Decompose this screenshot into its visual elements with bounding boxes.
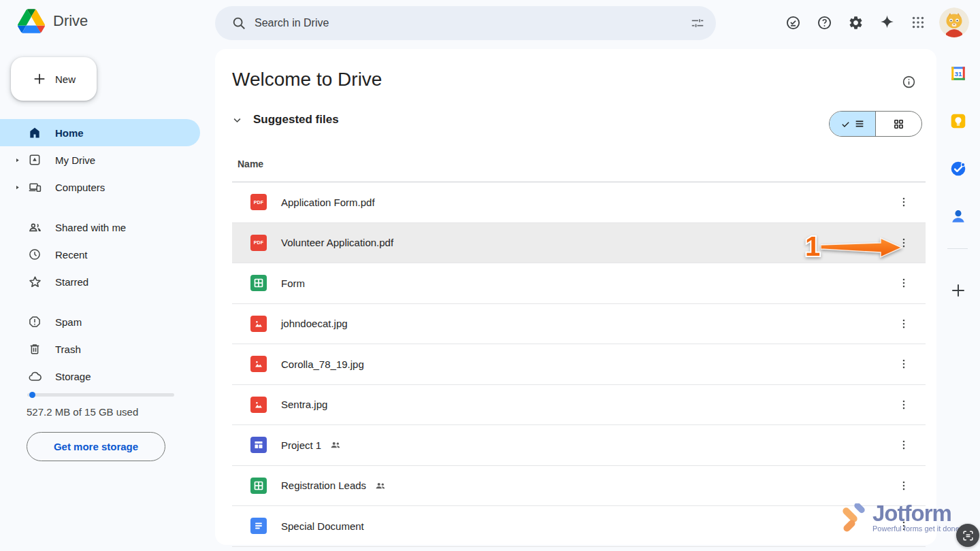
help-icon[interactable] xyxy=(808,7,840,38)
grid-icon xyxy=(893,118,904,130)
search-icon[interactable] xyxy=(231,16,246,31)
screenshot-tool-button[interactable] xyxy=(956,524,979,547)
spam-icon xyxy=(27,315,42,329)
contacts-icon[interactable] xyxy=(949,207,967,225)
grid-view-button[interactable] xyxy=(875,112,921,136)
sidebar-nav: Home My Drive Computers Shared with me R… xyxy=(0,119,204,390)
file-row[interactable]: Corolla_78_19.jpg xyxy=(232,344,926,385)
image-file-icon xyxy=(250,397,267,413)
sidebar-item-home[interactable]: Home xyxy=(0,119,200,146)
file-row[interactable]: johndoecat.jpg xyxy=(232,304,926,345)
file-name: Form xyxy=(281,278,305,289)
brand: Drive xyxy=(18,9,88,33)
settings-icon[interactable] xyxy=(840,7,871,38)
file-row[interactable]: PDF Application Form.pdf xyxy=(232,182,926,223)
info-icon[interactable] xyxy=(902,75,916,89)
storage-progress xyxy=(27,393,174,397)
app-title: Drive xyxy=(53,12,88,30)
tasks-icon[interactable] xyxy=(949,160,967,178)
get-more-storage-button[interactable]: Get more storage xyxy=(27,432,165,461)
file-name: Corolla_78_19.jpg xyxy=(281,358,364,370)
more-options-icon[interactable] xyxy=(892,393,916,417)
pdf-file-icon: PDF xyxy=(250,194,267,210)
keep-icon[interactable] xyxy=(949,112,967,130)
search-bar[interactable] xyxy=(215,6,716,40)
more-options-icon[interactable] xyxy=(892,352,916,376)
pdf-file-icon: PDF xyxy=(250,235,267,251)
search-input[interactable] xyxy=(255,17,690,29)
computers-icon xyxy=(27,180,42,195)
apps-grid-icon[interactable] xyxy=(902,7,934,38)
shared-indicator-icon xyxy=(374,480,387,492)
file-row[interactable]: Form xyxy=(232,263,926,304)
top-actions xyxy=(777,7,969,38)
more-options-icon[interactable] xyxy=(892,312,916,336)
side-panel-rail: 31 xyxy=(936,46,980,551)
file-name: Application Form.pdf xyxy=(281,197,375,208)
sidebar-item-trash[interactable]: Trash xyxy=(0,335,204,363)
sidebar-item-starred[interactable]: Starred xyxy=(0,268,204,295)
scan-icon xyxy=(962,529,975,542)
more-options-icon[interactable] xyxy=(892,271,916,295)
sidebar-item-my-drive[interactable]: My Drive xyxy=(0,146,204,173)
more-options-icon[interactable] xyxy=(892,433,916,457)
image-file-icon xyxy=(250,316,267,332)
advanced-search-icon[interactable] xyxy=(690,16,705,31)
name-column-header[interactable]: Name xyxy=(238,158,263,169)
drive-logo-icon[interactable] xyxy=(18,9,45,33)
gemini-sparkle-icon[interactable] xyxy=(871,7,902,38)
file-name: Special Document xyxy=(281,520,364,532)
trash-icon xyxy=(27,342,42,356)
recent-icon xyxy=(27,248,42,261)
new-button-label: New xyxy=(55,73,76,85)
list-icon xyxy=(854,118,865,129)
check-icon xyxy=(840,119,851,129)
file-name: Sentra.jpg xyxy=(281,399,327,410)
left-sidebar: New Home My Drive Computers Shared with … xyxy=(0,46,215,551)
image-file-icon xyxy=(250,356,267,372)
add-side-panel-icon[interactable] xyxy=(949,281,968,300)
suggested-files-toggle[interactable]: Suggested files xyxy=(232,113,339,127)
chevron-down-icon xyxy=(232,115,242,125)
file-name: johndoecat.jpg xyxy=(281,318,348,329)
shared-with-me-icon xyxy=(27,220,42,235)
view-toggle xyxy=(829,111,922,137)
file-name: Registration Leads xyxy=(281,480,366,491)
expand-arrow-icon[interactable] xyxy=(12,184,22,190)
my-drive-icon xyxy=(27,153,42,167)
svg-text:31: 31 xyxy=(955,70,962,78)
file-list: PDF Application Form.pdf PDF Volunteer A… xyxy=(232,182,926,547)
list-view-button[interactable] xyxy=(830,112,875,136)
page-title: Welcome to Drive xyxy=(232,69,382,90)
main-content: Welcome to Drive Suggested files Name PD… xyxy=(215,49,936,545)
storage-progress-dot xyxy=(29,392,35,398)
more-options-icon[interactable] xyxy=(892,231,916,255)
docs-file-icon xyxy=(250,518,267,534)
topbar: Drive xyxy=(0,0,980,46)
more-options-icon[interactable] xyxy=(892,190,916,214)
sidebar-item-spam[interactable]: Spam xyxy=(0,308,204,335)
file-row[interactable]: Special Document xyxy=(232,506,926,547)
file-row[interactable]: Project 1 xyxy=(232,425,926,466)
suggested-files-label: Suggested files xyxy=(253,113,339,127)
expand-arrow-icon[interactable] xyxy=(12,157,22,163)
sidebar-item-recent[interactable]: Recent xyxy=(0,241,204,268)
sidebar-item-storage[interactable]: Storage xyxy=(0,363,204,390)
file-row[interactable]: PDF Volunteer Application.pdf xyxy=(232,223,926,264)
sidebar-item-computers[interactable]: Computers xyxy=(0,173,204,201)
avatar[interactable] xyxy=(939,7,969,37)
sheets-file-icon xyxy=(250,275,267,291)
more-options-icon[interactable] xyxy=(892,514,916,538)
offline-status-icon[interactable] xyxy=(777,7,808,38)
calendar-icon[interactable]: 31 xyxy=(949,65,967,82)
file-row[interactable]: Sentra.jpg xyxy=(232,385,926,426)
plus-icon xyxy=(32,71,47,86)
file-row[interactable]: Registration Leads xyxy=(232,466,926,507)
sidebar-item-shared-with-me[interactable]: Shared with me xyxy=(0,214,204,241)
storage-icon xyxy=(27,369,42,384)
new-button[interactable]: New xyxy=(11,57,97,101)
more-options-icon[interactable] xyxy=(892,473,916,498)
sites-file-icon xyxy=(250,437,267,453)
file-name: Volunteer Application.pdf xyxy=(281,237,393,248)
sheets-file-icon xyxy=(250,478,267,494)
